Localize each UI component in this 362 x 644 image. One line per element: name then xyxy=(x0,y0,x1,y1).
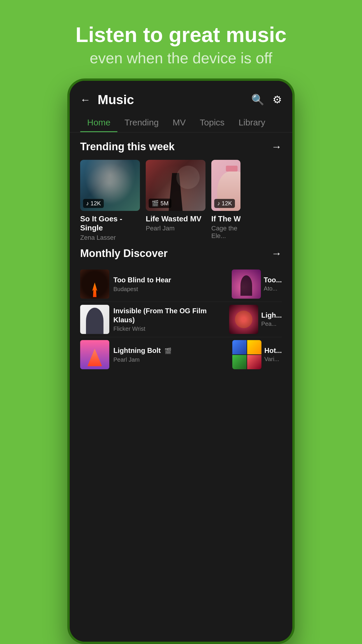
phone-screen: ← Music 🔍 ⚙ Home Trending MV Topics Libr… xyxy=(70,81,292,642)
list-artist-2: Flicker Wrist xyxy=(113,326,224,332)
list-thumb-2 xyxy=(80,305,109,334)
discover-right-item-3[interactable]: Hot... Vari... xyxy=(232,340,282,369)
tab-home[interactable]: Home xyxy=(80,113,117,132)
trending-cards: ♪ 12K So It Goes - Single Zena Lasser 🎬 … xyxy=(80,160,282,241)
list-info-1: Too Blind to Hear Budapest xyxy=(113,275,227,292)
discover-row-1: Too Blind to Hear Budapest Too... Ato... xyxy=(80,267,282,302)
right-artist-1: Ato... xyxy=(264,285,282,292)
mv-badge-icon: 🎬 xyxy=(164,348,172,354)
list-info-3: Lightning Bolt 🎬 Pearl Jam xyxy=(113,346,228,363)
discover-right-item-1[interactable]: Too... Ato... xyxy=(232,270,282,299)
tab-trending[interactable]: Trending xyxy=(117,113,166,132)
trending-title: Trending this week xyxy=(80,141,175,153)
discover-left-item-2[interactable]: Invisible (From The OG Film Klaus) Flick… xyxy=(80,305,224,334)
back-button[interactable]: ← xyxy=(80,94,91,106)
trending-card-1[interactable]: ♪ 12K So It Goes - Single Zena Lasser xyxy=(80,160,140,241)
tab-mv[interactable]: MV xyxy=(166,113,193,132)
discover-header: Monthly Discover → xyxy=(80,247,282,260)
list-name-2: Invisible (From The OG Film Klaus) xyxy=(113,306,224,324)
discover-row-3: Lightning Bolt 🎬 Pearl Jam xyxy=(80,337,282,372)
trending-card-2[interactable]: 🎬 5M Life Wasted MV Pearl Jam xyxy=(146,160,205,241)
trending-more-button[interactable]: → xyxy=(271,141,282,153)
right-name-2: Ligh... xyxy=(261,311,282,319)
app-title: Music xyxy=(98,92,243,107)
list-name-1: Too Blind to Hear xyxy=(113,275,227,284)
card-badge-1: ♪ 12K xyxy=(83,199,104,208)
card-title-1: So It Goes - Single xyxy=(80,214,140,232)
trending-header: Trending this week → xyxy=(80,141,282,153)
right-artist-2: Pea... xyxy=(261,321,282,327)
card-title-2: Life Wasted MV xyxy=(146,214,205,223)
settings-button[interactable]: ⚙ xyxy=(273,94,282,106)
card-artist-1: Zena Lasser xyxy=(80,234,140,242)
card-badge-2: 🎬 5M xyxy=(149,199,171,208)
trending-section: Trending this week → ♪ 12K So It Goes - … xyxy=(70,132,292,241)
right-info-2: Ligh... Pea... xyxy=(261,311,282,327)
card-thumb-1: ♪ 12K xyxy=(80,160,140,211)
discover-title: Monthly Discover xyxy=(80,247,168,260)
flame-icon xyxy=(90,283,99,297)
tab-bar: Home Trending MV Topics Library xyxy=(70,113,292,132)
list-artist-3: Pearl Jam xyxy=(113,356,228,363)
discover-right-item-2[interactable]: Ligh... Pea... xyxy=(229,305,282,334)
card-artist-3: Cage the Ele... xyxy=(211,225,240,240)
right-info-3: Hot... Vari... xyxy=(264,346,282,363)
card-thumb-2: 🎬 5M xyxy=(146,160,205,211)
mini-thumb-2 xyxy=(247,340,261,354)
search-button[interactable]: 🔍 xyxy=(251,94,264,106)
discover-left-item-3[interactable]: Lightning Bolt 🎬 Pearl Jam xyxy=(80,340,228,369)
right-name-3: Hot... xyxy=(264,346,282,355)
list-thumb-3 xyxy=(80,340,109,369)
mini-thumb-4 xyxy=(247,355,261,369)
phone-device: ← Music 🔍 ⚙ Home Trending MV Topics Libr… xyxy=(67,78,295,644)
right-artist-3: Vari... xyxy=(264,356,282,363)
right-name-1: Too... xyxy=(264,276,282,284)
card-title-3: If The Worl... xyxy=(211,214,240,223)
discover-more-button[interactable]: → xyxy=(271,247,282,260)
hero-subtitle: even when the device is off xyxy=(75,49,287,67)
list-thumb-multi xyxy=(232,340,261,369)
tab-topics[interactable]: Topics xyxy=(193,113,231,132)
list-info-2: Invisible (From The OG Film Klaus) Flick… xyxy=(113,306,224,332)
app-bar: ← Music 🔍 ⚙ xyxy=(70,81,292,113)
trending-card-3[interactable]: ♪ 12K If The Worl... Cage the Ele... xyxy=(211,160,240,241)
card-info-1: So It Goes - Single Zena Lasser xyxy=(80,214,140,241)
card-artist-2: Pearl Jam xyxy=(146,225,205,232)
card-info-2: Life Wasted MV Pearl Jam xyxy=(146,214,205,232)
list-thumb-1 xyxy=(80,270,109,299)
hero-title: Listen to great music xyxy=(75,23,287,46)
card-thumb-3: ♪ 12K xyxy=(211,160,240,211)
tab-library[interactable]: Library xyxy=(231,113,272,132)
discover-left-item-1[interactable]: Too Blind to Hear Budapest xyxy=(80,270,227,299)
card-badge-3: ♪ 12K xyxy=(214,199,235,208)
mini-thumb-3 xyxy=(232,355,247,369)
hero-section: Listen to great music even when the devi… xyxy=(75,0,287,67)
discover-row-2: Invisible (From The OG Film Klaus) Flick… xyxy=(80,302,282,337)
right-info-1: Too... Ato... xyxy=(264,276,282,292)
monthly-discover-section: Monthly Discover → Too Blind to Hear Bud… xyxy=(70,242,292,372)
list-artist-1: Budapest xyxy=(113,286,227,293)
card-info-3: If The Worl... Cage the Ele... xyxy=(211,214,240,240)
mini-thumb-1 xyxy=(232,340,247,354)
list-name-3: Lightning Bolt 🎬 xyxy=(113,346,228,355)
